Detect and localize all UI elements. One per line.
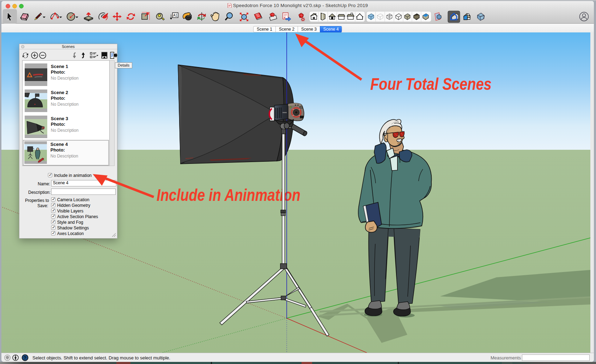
svg-text:Four Total Scenes: Four Total Scenes xyxy=(370,75,492,93)
svg-text:A1: A1 xyxy=(173,13,178,17)
svg-text:Include in Aninmation: Include in Aninmation xyxy=(157,186,300,204)
svg-text:?: ? xyxy=(24,355,26,360)
